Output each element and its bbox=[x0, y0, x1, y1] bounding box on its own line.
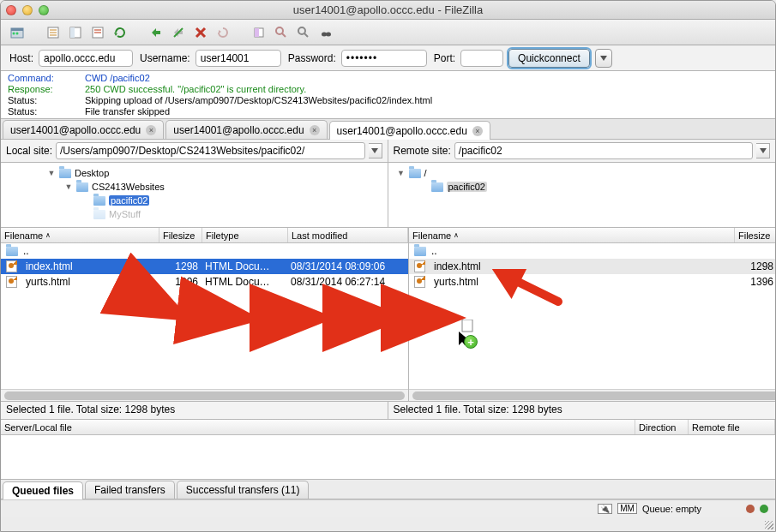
queue-col-server[interactable]: Server/Local file bbox=[1, 420, 635, 434]
file-modified: 08/31/2014 08:09:06 bbox=[287, 260, 407, 272]
username-input[interactable] bbox=[196, 50, 281, 67]
quickconnect-history-dropdown[interactable] bbox=[595, 49, 612, 68]
filter-icon[interactable] bbox=[250, 23, 268, 42]
svg-rect-9 bbox=[70, 27, 75, 38]
statusbar: 🔌 MM Queue: empty bbox=[1, 499, 775, 517]
encoding-indicator: MM bbox=[617, 503, 637, 514]
remote-selection-status: Selected 1 file. Total size: 1298 bytes bbox=[388, 402, 776, 419]
local-path-dropdown[interactable] bbox=[369, 143, 382, 158]
quickconnect-bar: Host: Username: Password: Port: Quickcon… bbox=[1, 45, 775, 71]
toggle-log-icon[interactable] bbox=[44, 23, 63, 42]
path-row: Local site: /Users/amp0907/Desktop/CS241… bbox=[1, 140, 775, 163]
log-line: Command:CWD /pacific02 bbox=[8, 73, 768, 84]
site-tab[interactable]: user14001@apollo.occc.edu× bbox=[329, 121, 490, 140]
list-col-filesize[interactable]: Filesize bbox=[159, 228, 202, 242]
toggle-tree-icon[interactable] bbox=[66, 23, 85, 42]
remote-path-dropdown[interactable] bbox=[756, 143, 770, 158]
svg-rect-1 bbox=[11, 28, 23, 31]
file-row[interactable]: yurts.html1396HTML D bbox=[409, 274, 776, 290]
tab-queued-files[interactable]: Queued files bbox=[3, 481, 83, 499]
svg-rect-11 bbox=[94, 29, 101, 31]
file-size: 1298 bbox=[159, 260, 202, 272]
list-col-lastmod[interactable]: Last modified bbox=[288, 228, 408, 242]
local-tree[interactable]: ▼Desktop ▼CS2413Websites pacific02 MyStu… bbox=[1, 163, 388, 227]
list-col-filename[interactable]: Filename∧ bbox=[409, 228, 735, 242]
host-label: Host: bbox=[9, 52, 33, 64]
local-path-input[interactable]: /Users/amp0907/Desktop/CS2413Websites/pa… bbox=[56, 142, 364, 159]
svg-marker-13 bbox=[114, 33, 117, 36]
svg-marker-19 bbox=[219, 30, 221, 33]
find-icon[interactable] bbox=[316, 23, 335, 42]
tree-node[interactable]: MyStuff bbox=[109, 209, 141, 219]
file-name: index.html bbox=[430, 260, 734, 272]
horizontal-scrollbar[interactable] bbox=[409, 389, 776, 401]
file-size: 1396 bbox=[159, 276, 202, 288]
file-modified: 08/31/2014 06:27:14 bbox=[287, 276, 407, 288]
activity-indicator-1 bbox=[746, 505, 755, 513]
folder-icon bbox=[409, 169, 421, 178]
log-line: Status:File transfer skipped bbox=[8, 106, 768, 117]
remote-file-list[interactable]: Filename∧FilesizeFiletyp ..index.html129… bbox=[409, 228, 776, 401]
port-input[interactable] bbox=[460, 50, 503, 67]
cancel-icon[interactable] bbox=[169, 23, 188, 42]
close-tab-icon[interactable]: × bbox=[472, 126, 483, 136]
queue-col-direction[interactable]: Direction bbox=[635, 420, 689, 434]
compare-icon[interactable] bbox=[272, 23, 291, 42]
local-file-list[interactable]: Filename∧FilesizeFiletypeLast modified .… bbox=[1, 228, 409, 401]
tab-failed-transfers[interactable]: Failed transfers bbox=[85, 481, 175, 499]
queue-body[interactable] bbox=[1, 435, 775, 480]
remote-path-input[interactable]: /pacific02 bbox=[454, 142, 753, 159]
file-type: HTML Docu… bbox=[202, 260, 287, 272]
tree-node-selected[interactable]: pacific02 bbox=[447, 182, 487, 192]
username-label: Username: bbox=[140, 52, 190, 64]
file-size: 1396 bbox=[734, 276, 776, 288]
password-input[interactable] bbox=[341, 50, 427, 67]
drop-add-icon: + bbox=[464, 335, 478, 349]
svg-point-24 bbox=[298, 27, 305, 34]
svg-line-25 bbox=[304, 33, 308, 37]
file-size: 1298 bbox=[734, 260, 776, 272]
toggle-queue-icon[interactable] bbox=[88, 23, 107, 42]
queue-col-remote[interactable]: Remote file bbox=[689, 420, 775, 434]
site-manager-icon[interactable] bbox=[8, 23, 27, 42]
folder-icon bbox=[6, 247, 18, 256]
remote-tree[interactable]: ▼/ pacific02 bbox=[388, 163, 776, 227]
sync-browse-icon[interactable] bbox=[294, 23, 313, 42]
resize-handle[interactable] bbox=[763, 519, 773, 529]
password-label: Password: bbox=[288, 52, 336, 64]
tree-node[interactable]: Desktop bbox=[75, 168, 109, 178]
horizontal-scrollbar[interactable] bbox=[1, 389, 408, 401]
html-file-icon bbox=[6, 276, 17, 288]
quickconnect-button[interactable]: Quickconnect bbox=[508, 49, 590, 68]
site-tab[interactable]: user14001@apollo.occc.edu× bbox=[3, 120, 164, 139]
close-tab-icon[interactable]: × bbox=[146, 125, 156, 135]
folder-icon bbox=[414, 247, 426, 256]
svg-rect-12 bbox=[94, 32, 101, 33]
message-log[interactable]: Command:CWD /pacific02Response:250 CWD s… bbox=[1, 71, 775, 119]
site-tab[interactable]: user14001@apollo.occc.edu× bbox=[165, 120, 327, 139]
svg-marker-29 bbox=[600, 56, 607, 61]
directory-trees: ▼Desktop ▼CS2413Websites pacific02 MyStu… bbox=[1, 163, 775, 228]
file-row[interactable]: index.html1298HTML D bbox=[409, 259, 776, 274]
process-queue-icon[interactable] bbox=[147, 23, 165, 42]
tab-successful-transfers[interactable]: Successful transfers (11) bbox=[177, 481, 310, 499]
close-tab-icon[interactable]: × bbox=[310, 125, 320, 135]
file-row[interactable]: yurts.html1396HTML Docu…08/31/2014 06:27… bbox=[1, 274, 408, 290]
folder-icon bbox=[59, 169, 71, 178]
list-col-filesize[interactable]: Filesize bbox=[735, 228, 776, 242]
html-file-icon bbox=[414, 260, 425, 272]
file-row[interactable]: index.html1298HTML Docu…08/31/2014 08:09… bbox=[1, 259, 408, 274]
site-tab-label: user14001@apollo.occc.edu bbox=[173, 124, 304, 136]
list-col-filetype[interactable]: Filetype bbox=[202, 228, 288, 242]
tree-node[interactable]: / bbox=[424, 168, 427, 178]
site-tab-label: user14001@apollo.occc.edu bbox=[10, 124, 141, 136]
tree-node[interactable]: CS2413Websites bbox=[92, 182, 165, 192]
host-input[interactable] bbox=[39, 50, 133, 67]
refresh-icon[interactable] bbox=[111, 23, 129, 42]
parent-dir-row[interactable]: .. bbox=[1, 243, 408, 259]
parent-dir-row[interactable]: .. bbox=[409, 243, 776, 259]
list-col-filename[interactable]: Filename∧ bbox=[1, 228, 159, 242]
reconnect-icon[interactable] bbox=[214, 23, 232, 42]
disconnect-icon[interactable] bbox=[191, 23, 210, 42]
tree-node-selected[interactable]: pacific02 bbox=[109, 195, 149, 206]
